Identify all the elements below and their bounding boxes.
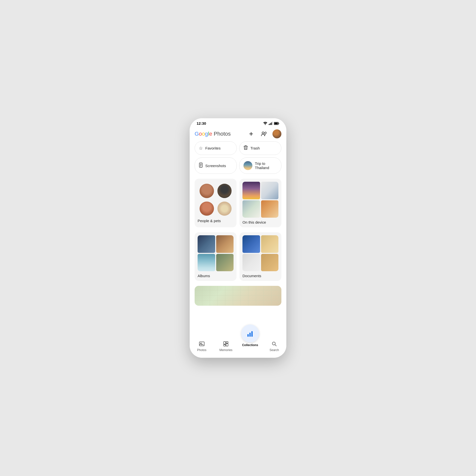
wifi-icon <box>263 122 268 125</box>
album-image-3 <box>198 254 215 271</box>
app-logo: Google Photos <box>195 131 231 137</box>
status-icons <box>263 122 279 125</box>
svg-rect-18 <box>199 342 204 346</box>
logo-g2: g <box>205 131 208 137</box>
battery-icon <box>274 122 279 125</box>
person-1-image <box>200 184 214 198</box>
trash-icon <box>243 145 248 151</box>
svg-rect-21 <box>226 342 228 343</box>
logo-e: e <box>209 131 212 137</box>
on-device-card[interactable]: On this device <box>239 179 281 227</box>
map-preview[interactable] <box>195 286 281 306</box>
svg-point-10 <box>262 132 264 134</box>
people-images <box>198 182 234 218</box>
map-lines-decoration <box>195 286 281 306</box>
on-device-label: On this device <box>242 220 278 224</box>
doc-image-1 <box>242 235 260 253</box>
photos-nav-label: Photos <box>197 348 206 352</box>
person-4-image <box>217 202 232 216</box>
trip-label: Trip to Thailand <box>255 161 277 170</box>
logo-g: G <box>195 131 199 137</box>
bottom-sections-grid: Albums Documents <box>195 232 281 281</box>
device-image-4 <box>261 200 279 218</box>
top-sections-grid: People & pets On this device <box>195 179 281 227</box>
svg-rect-1 <box>269 124 269 125</box>
album-image-4 <box>216 254 234 271</box>
svg-rect-6 <box>279 123 279 124</box>
svg-point-0 <box>265 124 266 125</box>
device-images <box>242 182 278 218</box>
album-images <box>198 235 234 271</box>
logo-o2: o <box>202 131 205 137</box>
people-pets-card[interactable]: People & pets <box>195 179 237 227</box>
person-2-image <box>217 184 232 198</box>
share-people-button[interactable] <box>260 129 268 138</box>
device-image-3 <box>242 200 260 218</box>
documents-card[interactable]: Documents <box>239 232 281 281</box>
bottom-nav: Photos Memories <box>190 335 286 358</box>
avatar-image <box>272 129 281 138</box>
trip-thailand-button[interactable]: Trip to Thailand <box>239 157 281 174</box>
screenshot-icon <box>199 163 203 169</box>
doc-image-3 <box>242 254 260 271</box>
trash-button[interactable]: Trash <box>239 141 281 155</box>
device-image-2 <box>261 182 279 199</box>
collections-nav-label: Collections <box>242 343 258 347</box>
person-3-image <box>200 202 214 216</box>
phone-frame: 12:30 Google <box>190 118 286 358</box>
search-nav-icon <box>271 340 278 347</box>
svg-rect-3 <box>271 122 272 125</box>
memories-nav-icon <box>222 340 229 347</box>
albums-label: Albums <box>198 274 234 278</box>
svg-rect-26 <box>251 331 253 337</box>
app-header: Google Photos <box>190 127 286 141</box>
svg-rect-20 <box>224 342 226 344</box>
memories-nav-label: Memories <box>219 348 233 352</box>
nav-memories[interactable]: Memories <box>214 338 238 352</box>
signal-icon <box>269 122 273 125</box>
search-nav-label: Search <box>269 348 279 352</box>
favorites-button[interactable]: ☆ Favorites <box>195 141 237 155</box>
screenshots-button[interactable]: Screenshots <box>195 157 237 174</box>
quick-buttons-grid: ☆ Favorites Trash <box>195 141 281 174</box>
albums-card[interactable]: Albums <box>195 232 237 281</box>
svg-rect-25 <box>249 333 251 337</box>
status-time: 12:30 <box>197 121 206 125</box>
svg-rect-4 <box>272 122 273 125</box>
album-image-1 <box>198 235 215 253</box>
doc-image-4 <box>261 254 279 271</box>
documents-label: Documents <box>242 274 278 278</box>
status-bar: 12:30 <box>190 118 286 127</box>
doc-image-2 <box>261 235 279 253</box>
header-actions <box>247 129 281 138</box>
svg-rect-24 <box>247 334 249 337</box>
svg-line-28 <box>275 345 276 346</box>
svg-rect-23 <box>224 345 226 346</box>
svg-rect-22 <box>226 344 228 346</box>
device-image-1 <box>242 182 260 199</box>
svg-point-27 <box>272 342 275 345</box>
svg-point-11 <box>265 132 267 134</box>
trip-thumbnail <box>243 161 252 170</box>
screenshots-label: Screenshots <box>205 164 226 168</box>
doc-images <box>242 235 278 271</box>
photos-nav-icon <box>198 340 205 347</box>
star-icon: ☆ <box>199 146 203 151</box>
svg-rect-7 <box>274 122 278 124</box>
main-content: ☆ Favorites Trash <box>190 141 286 335</box>
nav-collections[interactable]: Collections <box>238 322 262 347</box>
avatar[interactable] <box>272 129 281 138</box>
bottom-nav-wrapper: Photos Memories <box>190 335 286 358</box>
add-button[interactable] <box>247 129 256 138</box>
people-pets-label: People & pets <box>198 219 234 223</box>
svg-rect-2 <box>270 123 271 125</box>
nav-search[interactable]: Search <box>262 338 287 352</box>
album-image-2 <box>216 235 234 253</box>
nav-photos[interactable]: Photos <box>190 338 214 352</box>
trash-label: Trash <box>250 146 260 150</box>
collections-circle <box>241 325 259 342</box>
logo-photos: Photos <box>214 131 231 137</box>
favorites-label: Favorites <box>205 146 221 150</box>
logo-o1: o <box>199 131 202 137</box>
